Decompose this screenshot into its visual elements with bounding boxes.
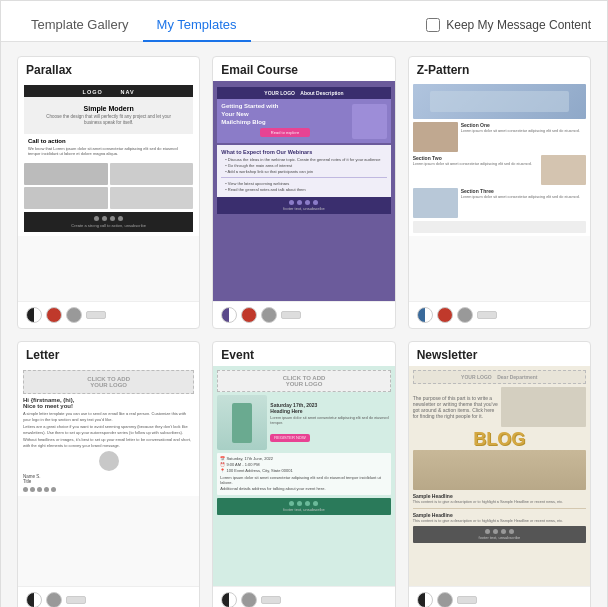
keep-message-checkbox-area: Keep My Message Content bbox=[426, 18, 591, 32]
swatch-gray[interactable] bbox=[66, 307, 82, 323]
swatch-gray[interactable] bbox=[241, 592, 257, 607]
keep-message-checkbox[interactable] bbox=[426, 18, 440, 32]
letter-greeting: Hi {firstname, (hi),Nice to meet you! bbox=[23, 397, 194, 409]
template-preview-event: CLICK TO ADDYOUR LOGO Saturday 17th, 202… bbox=[213, 366, 394, 586]
swatch-half-black[interactable] bbox=[417, 592, 433, 607]
swatch-gray[interactable] bbox=[457, 307, 473, 323]
template-card-parallax[interactable]: Parallax LOGO NAV Simple Modern Choose t… bbox=[17, 56, 200, 329]
event-hero: Saturday 17th, 2023Heading Here Lorem ip… bbox=[217, 395, 390, 450]
ec-hero: Getting Started withYour NewMailchimp Bl… bbox=[217, 99, 390, 143]
template-title-newsletter: Newsletter bbox=[409, 342, 590, 366]
nl-header-row: The purpose of this part is to write a n… bbox=[413, 387, 586, 427]
nl-article-1: Sample Headline This content is to give … bbox=[413, 493, 586, 505]
swatch-gray[interactable] bbox=[437, 592, 453, 607]
swatch-half-black[interactable] bbox=[26, 592, 42, 607]
template-card-email-course[interactable]: Email Course YOUR LOGO About Description… bbox=[212, 56, 395, 329]
letter-body-2: Letters are a great choice if you want t… bbox=[23, 424, 194, 435]
event-swatches bbox=[213, 586, 394, 607]
parallax-cta: Call to action We know that Lorem ipsum … bbox=[24, 134, 193, 160]
swatch-red[interactable] bbox=[437, 307, 453, 323]
letter-avatar bbox=[99, 451, 119, 471]
keep-message-label: Keep My Message Content bbox=[446, 18, 591, 32]
nl-blog-title: BLOG bbox=[413, 430, 586, 448]
template-title-parallax: Parallax bbox=[18, 57, 199, 81]
parallax-swatches bbox=[18, 301, 199, 328]
template-title-email-course: Email Course bbox=[213, 57, 394, 81]
template-card-letter[interactable]: Letter CLICK TO ADDYOUR LOGO Hi {firstna… bbox=[17, 341, 200, 607]
swatch-gray[interactable] bbox=[261, 307, 277, 323]
swatch-half-blue[interactable] bbox=[417, 307, 433, 323]
swatch-gray[interactable] bbox=[46, 592, 62, 607]
tab-template-gallery[interactable]: Template Gallery bbox=[17, 9, 143, 42]
zp-row-1: Section One Lorem ipsum dolor sit amet c… bbox=[413, 122, 586, 152]
event-details: 📅 Saturday, 17th June, 2022 ⏰ 9:00 AM - … bbox=[217, 453, 390, 495]
template-card-newsletter[interactable]: Newsletter YOUR LOGO Dear Department The… bbox=[408, 341, 591, 607]
swatch-half-black[interactable] bbox=[221, 592, 237, 607]
newsletter-swatches bbox=[409, 586, 590, 607]
swatch-bar[interactable] bbox=[261, 596, 281, 604]
letter-body-3: Without headlines or images, it's best t… bbox=[23, 437, 194, 448]
swatch-bar[interactable] bbox=[457, 596, 477, 604]
template-preview-z-pattern: Section One Lorem ipsum dolor sit amet c… bbox=[409, 81, 590, 301]
zp-row-3: Section Three Lorem ipsum dolor sit amet… bbox=[413, 188, 586, 218]
template-title-event: Event bbox=[213, 342, 394, 366]
zp-footer bbox=[413, 221, 586, 233]
swatch-half-purple[interactable] bbox=[221, 307, 237, 323]
swatch-half-black[interactable] bbox=[26, 307, 42, 323]
parallax-hero: Simple Modern Choose the design that wil… bbox=[24, 97, 193, 134]
ec-section: What to Expect from Our Webinars • Discu… bbox=[217, 145, 390, 197]
tab-bar: Template Gallery My Templates Keep My Me… bbox=[1, 1, 607, 42]
template-card-z-pattern[interactable]: Z-Pattern Section One Lorem ipsum dolor … bbox=[408, 56, 591, 329]
event-logo: CLICK TO ADDYOUR LOGO bbox=[217, 370, 390, 392]
nl-article-2: Sample Headline This content is to give … bbox=[413, 512, 586, 524]
letter-signature: Name S.Title bbox=[23, 474, 194, 484]
ec-footer: footer text, unsubscribe bbox=[217, 197, 390, 214]
zp-row-2: Section Two Lorem ipsum dolor sit amet c… bbox=[413, 155, 586, 185]
template-gallery: Parallax LOGO NAV Simple Modern Choose t… bbox=[1, 42, 607, 607]
template-preview-newsletter: YOUR LOGO Dear Department The purpose of… bbox=[409, 366, 590, 586]
swatch-bar[interactable] bbox=[66, 596, 86, 604]
nl-footer: footer text, unsubscribe bbox=[413, 526, 586, 543]
template-card-event[interactable]: Event CLICK TO ADDYOUR LOGO Saturday 17t… bbox=[212, 341, 395, 607]
letter-swatches bbox=[18, 586, 199, 607]
zp-header-img bbox=[413, 84, 586, 119]
template-preview-letter: CLICK TO ADDYOUR LOGO Hi {firstname, (hi… bbox=[18, 366, 199, 586]
template-title-letter: Letter bbox=[18, 342, 199, 366]
template-preview-parallax: LOGO NAV Simple Modern Choose the design… bbox=[18, 81, 199, 301]
swatch-bar[interactable] bbox=[477, 311, 497, 319]
swatch-red[interactable] bbox=[241, 307, 257, 323]
z-pattern-swatches bbox=[409, 301, 590, 328]
swatch-bar[interactable] bbox=[281, 311, 301, 319]
nl-logo: YOUR LOGO Dear Department bbox=[413, 370, 586, 384]
parallax-image-row bbox=[24, 163, 193, 209]
email-course-swatches bbox=[213, 301, 394, 328]
event-footer: footer text, unsubscribe bbox=[217, 498, 390, 515]
letter-logo: CLICK TO ADDYOUR LOGO bbox=[23, 370, 194, 394]
swatch-bar[interactable] bbox=[86, 311, 106, 319]
letter-body-1: A simple letter template you can use to … bbox=[23, 411, 194, 422]
letter-social bbox=[23, 487, 194, 492]
template-title-z-pattern: Z-Pattern bbox=[409, 57, 590, 81]
ec-header: YOUR LOGO About Description bbox=[217, 87, 390, 99]
parallax-footer: Create a strong call to action, unsubscr… bbox=[24, 212, 193, 232]
template-preview-email-course: YOUR LOGO About Description Getting Star… bbox=[213, 81, 394, 301]
nl-hero-img bbox=[413, 450, 586, 490]
parallax-header: LOGO NAV bbox=[24, 85, 193, 97]
nl-divider-1 bbox=[413, 508, 586, 509]
tab-my-templates[interactable]: My Templates bbox=[143, 9, 251, 42]
swatch-red[interactable] bbox=[46, 307, 62, 323]
